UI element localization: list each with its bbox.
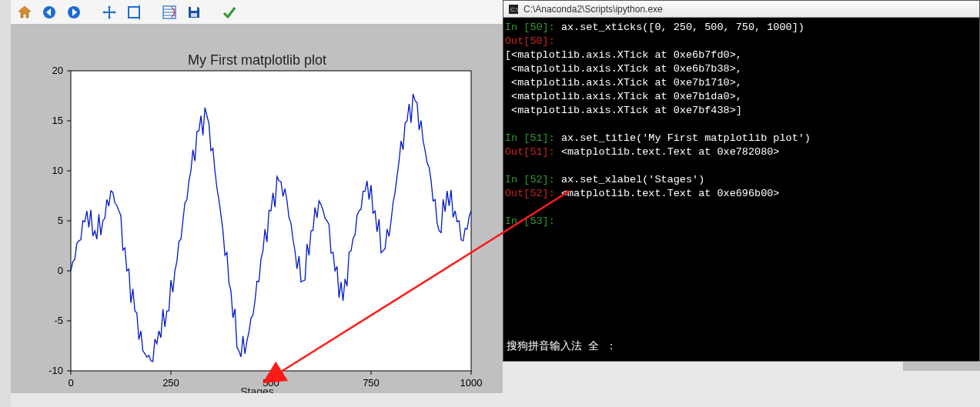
- svg-text:15: 15: [52, 115, 63, 126]
- plot-area[interactable]: My First matplotlib plot -10-50510152002…: [11, 25, 503, 407]
- back-icon[interactable]: [40, 3, 59, 22]
- svg-text:10: 10: [52, 165, 63, 176]
- svg-text:0: 0: [58, 265, 63, 276]
- status-strip: [11, 393, 503, 407]
- configure-icon[interactable]: [160, 3, 179, 22]
- terminal-title: C:\Anaconda2\Scripts\ipython.exe: [523, 4, 663, 15]
- svg-text:20: 20: [52, 65, 63, 76]
- save-icon[interactable]: [185, 3, 203, 22]
- pan-icon[interactable]: [100, 3, 119, 22]
- home-icon[interactable]: [15, 3, 34, 22]
- svg-text:-5: -5: [54, 315, 63, 326]
- scrollbar-thumb[interactable]: [903, 362, 980, 371]
- terminal-body[interactable]: In [50]: ax.set_xticks([0, 250, 500, 750…: [503, 18, 979, 232]
- ime-status: 搜狗拼音输入法 全 ：: [507, 339, 617, 353]
- check-icon[interactable]: [220, 3, 239, 22]
- terminal-window: C:\ C:\Anaconda2\Scripts\ipython.exe In …: [503, 0, 980, 362]
- svg-rect-5: [191, 13, 197, 17]
- svg-rect-4: [191, 7, 197, 11]
- svg-text:5: 5: [58, 215, 63, 226]
- zoom-icon[interactable]: [125, 3, 143, 22]
- svg-rect-2: [129, 7, 139, 18]
- svg-text:C:\: C:\: [510, 6, 518, 13]
- terminal-titlebar[interactable]: C:\ C:\Anaconda2\Scripts\ipython.exe: [503, 1, 979, 18]
- svg-text:-10: -10: [48, 365, 63, 376]
- mpl-toolbar: [11, 0, 503, 25]
- line-chart: -10-50510152002505007501000: [25, 46, 487, 407]
- forward-icon[interactable]: [65, 3, 83, 22]
- terminal-icon: C:\: [508, 4, 519, 15]
- matplotlib-window: My First matplotlib plot -10-50510152002…: [0, 0, 503, 407]
